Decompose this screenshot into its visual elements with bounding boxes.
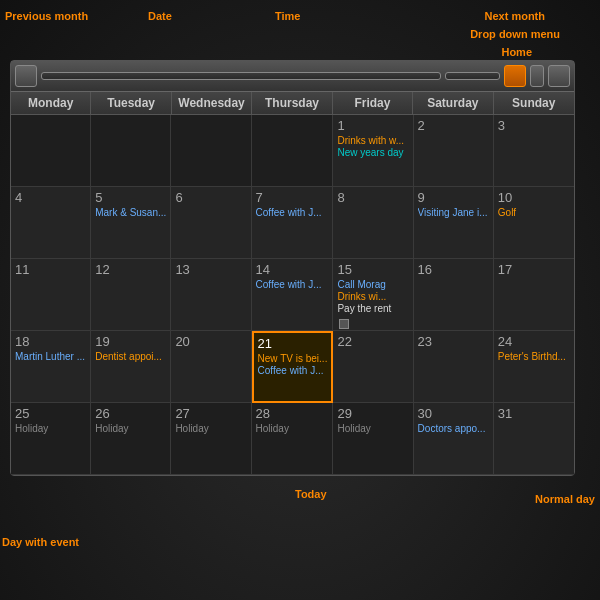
day-number: 9 [418,190,489,205]
day-number: 16 [418,262,489,277]
calendar-cell[interactable]: 23 [414,331,494,403]
day-number: 12 [95,262,166,277]
header-saturday: Saturday [413,92,493,114]
day-number: 24 [498,334,570,349]
header-monday: Monday [11,92,91,114]
event-label: Martin Luther ... [15,351,86,362]
calendar: Monday Tuesday Wednesday Thursday Friday… [10,60,575,476]
day-number: 15 [337,262,408,277]
calendar-cell[interactable]: 5Mark & Susan... [91,187,171,259]
calendar-cell[interactable]: 7Coffee with J... [252,187,334,259]
day-number: 17 [498,262,570,277]
calendar-cell[interactable]: 3 [494,115,574,187]
day-number: 2 [418,118,489,133]
calendar-cell[interactable]: 19Dentist appoi... [91,331,171,403]
calendar-cell[interactable] [91,115,171,187]
event-label: Coffee with J... [256,207,329,218]
event-label: Coffee with J... [256,279,329,290]
calendar-cell[interactable]: 10Golf [494,187,574,259]
dropdown-button[interactable] [530,65,544,87]
day-number: 3 [498,118,570,133]
header-wednesday: Wednesday [172,92,252,114]
calendar-grid: 1Drinks with w...New years day2345Mark &… [11,115,574,475]
day-number: 29 [337,406,408,421]
event-label: Holiday [15,423,86,434]
event-label: Visiting Jane i... [418,207,489,218]
day-number: 11 [15,262,86,277]
calendar-cell[interactable]: 22 [333,331,413,403]
day-number: 25 [15,406,86,421]
header-sunday: Sunday [494,92,574,114]
calendar-cell[interactable]: 30Doctors appo... [414,403,494,475]
calendar-cell[interactable]: 28Holiday [252,403,334,475]
header-thursday: Thursday [252,92,332,114]
event-label: Coffee with J... [258,365,328,376]
event-label: Call Morag [337,279,408,290]
calendar-cell[interactable]: 20 [171,331,251,403]
event-label: Peter's Birthd... [498,351,570,362]
day-number: 10 [498,190,570,205]
event-label: Dentist appoi... [95,351,166,362]
day-number: 28 [256,406,329,421]
calendar-cell[interactable]: 26Holiday [91,403,171,475]
header-friday: Friday [333,92,413,114]
day-number: 7 [256,190,329,205]
day-number: 30 [418,406,489,421]
calendar-cell[interactable]: 1Drinks with w...New years day [333,115,413,187]
calendar-cell[interactable]: 8 [333,187,413,259]
calendar-cell[interactable]: 21New TV is bei...Coffee with J... [252,331,334,403]
day-number: 27 [175,406,246,421]
calendar-cell[interactable]: 17 [494,259,574,331]
calendar-cell[interactable]: 24Peter's Birthd... [494,331,574,403]
calendar-cell[interactable]: 2 [414,115,494,187]
day-number: 13 [175,262,246,277]
home-button[interactable] [504,65,526,87]
day-number: 21 [258,336,328,351]
day-number: 26 [95,406,166,421]
calendar-cell[interactable]: 31 [494,403,574,475]
day-number: 19 [95,334,166,349]
calendar-cell[interactable]: 27Holiday [171,403,251,475]
calendar-cell[interactable]: 6 [171,187,251,259]
calendar-cell[interactable] [11,115,91,187]
calendar-header [11,61,574,92]
day-number: 6 [175,190,246,205]
calendar-cell[interactable]: 25Holiday [11,403,91,475]
day-number: 8 [337,190,408,205]
calendar-cell[interactable]: 15Call MoragDrinks wi...Pay the rent [333,259,413,331]
day-number: 5 [95,190,166,205]
header-tuesday: Tuesday [91,92,171,114]
next-month-button[interactable] [548,65,570,87]
calendar-cell[interactable]: 12 [91,259,171,331]
event-label: Pay the rent [337,303,408,314]
calendar-cell[interactable]: 9Visiting Jane i... [414,187,494,259]
event-label: Holiday [175,423,246,434]
date-display [41,72,441,80]
event-label: Mark & Susan... [95,207,166,218]
calendar-cell[interactable]: 14Coffee with J... [252,259,334,331]
event-label: Holiday [256,423,329,434]
day-number: 23 [418,334,489,349]
calendar-cell[interactable]: 16 [414,259,494,331]
day-headers-row: Monday Tuesday Wednesday Thursday Friday… [11,92,574,115]
calendar-cell[interactable]: 13 [171,259,251,331]
day-number: 18 [15,334,86,349]
event-label: Golf [498,207,570,218]
day-number: 31 [498,406,570,421]
calendar-cell[interactable]: 4 [11,187,91,259]
day-number: 4 [15,190,86,205]
day-number: 20 [175,334,246,349]
calendar-cell[interactable]: 18Martin Luther ... [11,331,91,403]
time-display [445,72,500,80]
day-number: 14 [256,262,329,277]
day-number: 1 [337,118,408,133]
calendar-cell[interactable]: 29Holiday [333,403,413,475]
event-label: New TV is bei... [258,353,328,364]
calendar-cell[interactable] [171,115,251,187]
prev-month-button[interactable] [15,65,37,87]
day-number: 22 [337,334,408,349]
event-label: Holiday [337,423,408,434]
checkbox-icon [339,319,349,329]
calendar-cell[interactable] [252,115,334,187]
calendar-cell[interactable]: 11 [11,259,91,331]
